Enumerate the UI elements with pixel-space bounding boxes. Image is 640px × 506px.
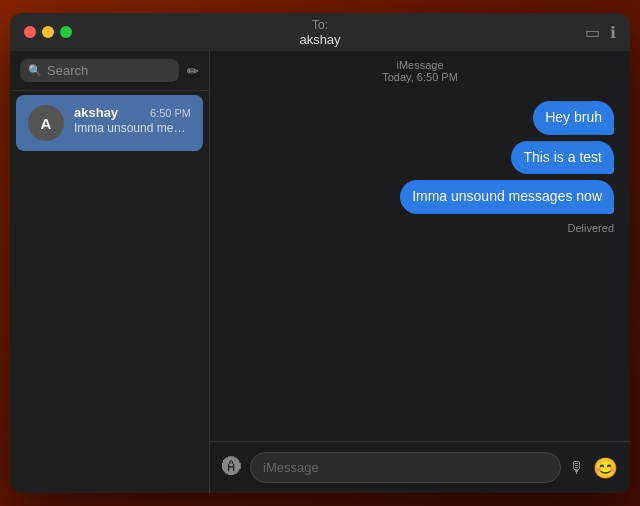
- info-icon[interactable]: ℹ: [610, 23, 616, 42]
- avatar: A: [28, 105, 64, 141]
- emoji-icon[interactable]: 😊: [593, 456, 618, 480]
- app-window: To: akshay ▭ ℹ 🔍 ✏ A ak: [10, 13, 630, 493]
- minimize-button[interactable]: [42, 26, 54, 38]
- app-body: 🔍 ✏ A akshay 6:50 PM Imma unsound messag…: [10, 51, 630, 493]
- search-icon: 🔍: [28, 64, 42, 77]
- conv-top: akshay 6:50 PM: [74, 105, 191, 120]
- message-status: Delivered: [226, 222, 614, 234]
- chat-area: iMessage Today, 6:50 PM Hey bruh This is…: [210, 51, 630, 493]
- compose-icon[interactable]: ✏: [187, 63, 199, 79]
- search-input[interactable]: [47, 63, 171, 78]
- title-bar-center: To: akshay: [299, 18, 340, 47]
- video-icon[interactable]: ▭: [585, 23, 600, 42]
- title-bar: To: akshay ▭ ℹ: [10, 13, 630, 51]
- message-input[interactable]: [250, 452, 561, 483]
- chat-service: iMessage: [218, 59, 622, 71]
- maximize-button[interactable]: [60, 26, 72, 38]
- conv-info: akshay 6:50 PM Imma unsound messages now: [74, 105, 191, 135]
- messages-area: Hey bruh This is a test Imma unsound mes…: [210, 91, 630, 441]
- conversation-list: A akshay 6:50 PM Imma unsound messages n…: [10, 91, 209, 493]
- to-label: To:: [312, 18, 328, 32]
- message-bubble-1: Hey bruh: [533, 101, 614, 135]
- chat-date: Today, 6:50 PM: [218, 71, 622, 83]
- conv-preview: Imma unsound messages now: [74, 121, 191, 135]
- chat-header-info: iMessage Today, 6:50 PM: [210, 51, 630, 91]
- message-bubble-3: Imma unsound messages now: [400, 180, 614, 214]
- recipient-name: akshay: [299, 32, 340, 47]
- conv-name: akshay: [74, 105, 118, 120]
- title-bar-icons: ▭ ℹ: [585, 23, 616, 42]
- conversation-item[interactable]: A akshay 6:50 PM Imma unsound messages n…: [16, 95, 203, 151]
- audio-icon[interactable]: 🎙: [569, 459, 585, 477]
- sidebar: 🔍 ✏ A akshay 6:50 PM Imma unsound messag…: [10, 51, 210, 493]
- close-button[interactable]: [24, 26, 36, 38]
- sidebar-header: 🔍 ✏: [10, 51, 209, 91]
- conv-time: 6:50 PM: [150, 107, 191, 119]
- search-bar[interactable]: 🔍: [20, 59, 179, 82]
- emoji-apps-icon[interactable]: 🅐: [222, 456, 242, 479]
- input-bar: 🅐 🎙 😊: [210, 441, 630, 493]
- message-bubble-2: This is a test: [511, 141, 614, 175]
- traffic-lights: [24, 26, 72, 38]
